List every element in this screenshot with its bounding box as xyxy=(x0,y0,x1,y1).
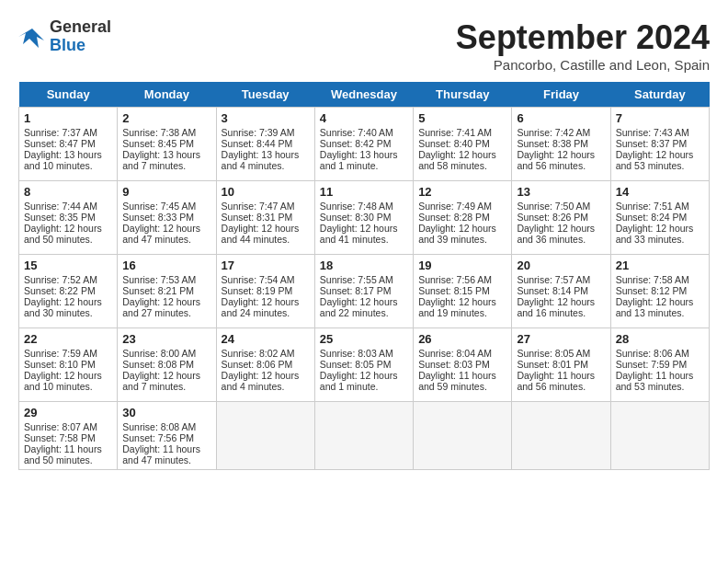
day-number: 3 xyxy=(222,111,310,125)
sunrise-text: Sunrise: 7:59 AM xyxy=(24,348,97,359)
daylight-text: Daylight: 12 hours and 50 minutes. xyxy=(24,223,102,245)
daylight-text: Daylight: 13 hours and 7 minutes. xyxy=(122,149,200,171)
day-number: 14 xyxy=(616,185,704,199)
day-number: 30 xyxy=(122,406,210,419)
sunset-text: Sunset: 8:44 PM xyxy=(222,138,293,149)
sunset-text: Sunset: 8:19 PM xyxy=(222,285,293,296)
calendar-day-cell: 6Sunrise: 7:42 AMSunset: 8:38 PMDaylight… xyxy=(512,108,610,181)
calendar-day-cell: 18Sunrise: 7:55 AMSunset: 8:17 PMDayligh… xyxy=(314,255,413,328)
day-number: 27 xyxy=(517,332,605,346)
calendar-day-cell: 11Sunrise: 7:48 AMSunset: 8:30 PMDayligh… xyxy=(314,181,413,255)
sunrise-text: Sunrise: 7:56 AM xyxy=(418,274,492,285)
header-row: Sunday Monday Tuesday Wednesday Thursday… xyxy=(19,82,710,108)
calendar-table: Sunday Monday Tuesday Wednesday Thursday… xyxy=(18,82,710,470)
sunset-text: Sunset: 7:56 PM xyxy=(122,432,194,443)
sunrise-text: Sunrise: 8:07 AM xyxy=(24,421,97,432)
sunset-text: Sunset: 8:08 PM xyxy=(122,359,194,370)
day-number: 22 xyxy=(24,332,112,346)
calendar-day-cell: 21Sunrise: 7:58 AMSunset: 8:12 PMDayligh… xyxy=(610,255,709,328)
calendar-day-cell: 25Sunrise: 8:03 AMSunset: 8:05 PMDayligh… xyxy=(314,328,413,402)
calendar-day-cell: 24Sunrise: 8:02 AMSunset: 8:06 PMDayligh… xyxy=(216,328,314,402)
sunset-text: Sunset: 8:22 PM xyxy=(24,285,96,296)
sunset-text: Sunset: 8:33 PM xyxy=(122,212,194,223)
sunrise-text: Sunrise: 7:41 AM xyxy=(418,127,492,138)
calendar-day-cell: 23Sunrise: 8:00 AMSunset: 8:08 PMDayligh… xyxy=(118,328,216,402)
calendar-day-cell: 8Sunrise: 7:44 AMSunset: 8:35 PMDaylight… xyxy=(19,181,118,255)
sunrise-text: Sunrise: 7:51 AM xyxy=(616,201,689,212)
day-number: 13 xyxy=(517,185,605,199)
calendar-week-row: 15Sunrise: 7:52 AMSunset: 8:22 PMDayligh… xyxy=(19,255,710,328)
calendar-day-cell: 15Sunrise: 7:52 AMSunset: 8:22 PMDayligh… xyxy=(19,255,118,328)
sunset-text: Sunset: 8:06 PM xyxy=(222,359,293,370)
daylight-text: Daylight: 11 hours and 56 minutes. xyxy=(517,370,595,392)
sunrise-text: Sunrise: 7:58 AM xyxy=(616,274,689,285)
daylight-text: Daylight: 11 hours and 47 minutes. xyxy=(122,443,200,465)
calendar-day-cell: 13Sunrise: 7:50 AMSunset: 8:26 PMDayligh… xyxy=(512,181,610,255)
sunrise-text: Sunrise: 8:08 AM xyxy=(122,421,196,432)
sunrise-text: Sunrise: 7:38 AM xyxy=(122,127,196,138)
title-block: September 2024 Pancorbo, Castille and Le… xyxy=(456,18,710,73)
calendar-day-cell: 10Sunrise: 7:47 AMSunset: 8:31 PMDayligh… xyxy=(216,181,314,255)
sunrise-text: Sunrise: 7:40 AM xyxy=(320,127,393,138)
daylight-text: Daylight: 11 hours and 53 minutes. xyxy=(616,370,694,392)
sunrise-text: Sunrise: 8:06 AM xyxy=(616,348,689,359)
calendar-day-cell: 30Sunrise: 8:08 AMSunset: 7:56 PMDayligh… xyxy=(118,402,216,470)
logo-icon xyxy=(18,24,46,50)
day-number: 8 xyxy=(24,185,112,199)
day-number: 19 xyxy=(418,259,506,272)
daylight-text: Daylight: 13 hours and 1 minute. xyxy=(320,149,398,171)
day-number: 4 xyxy=(320,111,408,125)
daylight-text: Daylight: 12 hours and 10 minutes. xyxy=(24,370,102,392)
col-wednesday: Wednesday xyxy=(314,82,413,108)
sunset-text: Sunset: 8:24 PM xyxy=(616,212,688,223)
day-number: 9 xyxy=(122,185,210,199)
day-number: 20 xyxy=(517,259,605,272)
daylight-text: Daylight: 12 hours and 27 minutes. xyxy=(122,296,200,318)
day-number: 1 xyxy=(24,111,112,125)
calendar-day-cell: 7Sunrise: 7:43 AMSunset: 8:37 PMDaylight… xyxy=(610,108,709,181)
sunset-text: Sunset: 8:12 PM xyxy=(616,285,688,296)
day-number: 6 xyxy=(517,111,605,125)
daylight-text: Daylight: 12 hours and 24 minutes. xyxy=(222,296,300,318)
sunrise-text: Sunrise: 7:52 AM xyxy=(24,274,97,285)
calendar-day-cell: 5Sunrise: 7:41 AMSunset: 8:40 PMDaylight… xyxy=(414,108,512,181)
daylight-text: Daylight: 12 hours and 36 minutes. xyxy=(517,223,595,245)
sunset-text: Sunset: 8:26 PM xyxy=(517,212,588,223)
sunrise-text: Sunrise: 7:55 AM xyxy=(320,274,393,285)
calendar-day-cell: 16Sunrise: 7:53 AMSunset: 8:21 PMDayligh… xyxy=(118,255,216,328)
sunset-text: Sunset: 8:10 PM xyxy=(24,359,96,370)
day-number: 10 xyxy=(222,185,310,199)
calendar-day-cell: 20Sunrise: 7:57 AMSunset: 8:14 PMDayligh… xyxy=(512,255,610,328)
day-number: 21 xyxy=(616,259,704,272)
sunset-text: Sunset: 8:21 PM xyxy=(122,285,194,296)
day-number: 29 xyxy=(24,406,112,419)
sunset-text: Sunset: 8:28 PM xyxy=(418,212,490,223)
calendar-day-cell: 3Sunrise: 7:39 AMSunset: 8:44 PMDaylight… xyxy=(216,108,314,181)
sunset-text: Sunset: 8:15 PM xyxy=(418,285,490,296)
sunrise-text: Sunrise: 8:05 AM xyxy=(517,348,590,359)
daylight-text: Daylight: 12 hours and 56 minutes. xyxy=(517,149,595,171)
daylight-text: Daylight: 12 hours and 44 minutes. xyxy=(222,223,300,245)
sunset-text: Sunset: 8:42 PM xyxy=(320,138,392,149)
day-number: 28 xyxy=(616,332,704,346)
day-number: 23 xyxy=(122,332,210,346)
sunset-text: Sunset: 8:01 PM xyxy=(517,359,588,370)
sunset-text: Sunset: 7:59 PM xyxy=(616,359,688,370)
calendar-day-cell xyxy=(314,402,413,470)
sunrise-text: Sunrise: 7:45 AM xyxy=(122,201,196,212)
day-number: 2 xyxy=(122,111,210,125)
calendar-week-row: 8Sunrise: 7:44 AMSunset: 8:35 PMDaylight… xyxy=(19,181,710,255)
sunrise-text: Sunrise: 7:54 AM xyxy=(222,274,295,285)
sunrise-text: Sunrise: 7:49 AM xyxy=(418,201,492,212)
sunrise-text: Sunrise: 7:42 AM xyxy=(517,127,590,138)
sunrise-text: Sunrise: 8:04 AM xyxy=(418,348,492,359)
day-number: 11 xyxy=(320,185,408,199)
sunset-text: Sunset: 8:40 PM xyxy=(418,138,490,149)
sunrise-text: Sunrise: 7:39 AM xyxy=(222,127,295,138)
daylight-text: Daylight: 12 hours and 4 minutes. xyxy=(222,370,300,392)
calendar-day-cell xyxy=(414,402,512,470)
day-number: 24 xyxy=(222,332,310,346)
sunset-text: Sunset: 8:03 PM xyxy=(418,359,490,370)
daylight-text: Daylight: 12 hours and 53 minutes. xyxy=(616,149,694,171)
calendar-day-cell: 19Sunrise: 7:56 AMSunset: 8:15 PMDayligh… xyxy=(414,255,512,328)
